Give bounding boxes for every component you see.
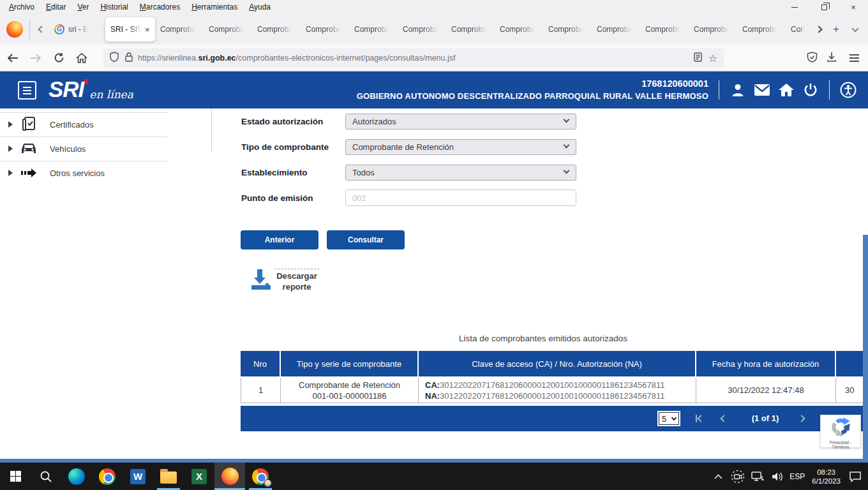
anterior-button[interactable]: Anterior: [241, 230, 318, 249]
close-tab-icon[interactable]: ×: [145, 26, 150, 34]
menu-ver[interactable]: Ver: [72, 1, 94, 13]
tab-comprobantes[interactable]: Comproba: [543, 19, 592, 40]
vertical-scrollbar[interactable]: [863, 235, 868, 459]
tab-comprobantes[interactable]: Comproba: [155, 19, 204, 40]
punto-emision-input[interactable]: [345, 189, 576, 206]
hidden-icons-chevron[interactable]: [710, 463, 726, 490]
sri-logo-text: SRI: [49, 77, 84, 102]
sidebar-item-otros-servicios[interactable]: Otros servicios: [0, 161, 168, 184]
edge-icon: [68, 468, 85, 485]
home-button[interactable]: [71, 48, 92, 68]
tab-comprobantes-partial[interactable]: Con: [786, 19, 811, 40]
back-button[interactable]: [3, 48, 23, 68]
downloads-icon[interactable]: [827, 52, 837, 65]
tracking-protection-shield-icon[interactable]: [110, 52, 119, 64]
list-all-tabs-button[interactable]: [846, 20, 865, 39]
close-button[interactable]: ×: [839, 0, 868, 14]
reload-button[interactable]: [49, 48, 69, 68]
sidebar-item-certificados[interactable]: Certificados: [0, 113, 168, 136]
tab-comprobantes[interactable]: Comproba: [640, 19, 689, 40]
home-icon[interactable]: [774, 83, 798, 97]
menu-marcadores[interactable]: Marcadores: [135, 1, 185, 13]
consultar-button[interactable]: Consultar: [327, 230, 405, 249]
establecimiento-select[interactable]: Todos: [345, 165, 576, 181]
google-favicon-icon: [54, 24, 64, 34]
tab-comprobantes[interactable]: Comproba: [301, 19, 349, 40]
first-page-button[interactable]: [692, 413, 707, 424]
taskbar-excel-button[interactable]: X: [184, 463, 214, 490]
recaptcha-logo-icon: [830, 417, 851, 437]
scroll-tabs-left-button[interactable]: [34, 20, 49, 39]
bookmark-star-icon[interactable]: ☆: [708, 52, 717, 64]
tab-comprobantes[interactable]: Comproba: [349, 19, 398, 40]
navbar-right-icons: [807, 48, 863, 68]
tab-sri-active[interactable]: SRI - SIS ×: [105, 17, 155, 41]
accessibility-icon[interactable]: [836, 82, 860, 98]
camera-tray-icon[interactable]: [730, 463, 745, 490]
menu-editar[interactable]: Editar: [41, 1, 71, 13]
tab-google-search[interactable]: sri - B: [49, 19, 105, 40]
menu-ayuda[interactable]: Ayuda: [244, 1, 276, 13]
next-page-button[interactable]: [795, 413, 809, 424]
download-report-link[interactable]: Descargar reporte: [274, 269, 319, 292]
table-row: 1 Comprobante de Retención 001-001-00000…: [241, 378, 868, 403]
taskbar-explorer-button[interactable]: [153, 463, 184, 490]
tab-comprobantes[interactable]: Comproba: [252, 19, 301, 40]
start-button[interactable]: [0, 463, 31, 490]
taskbar-word-button[interactable]: W: [123, 463, 153, 490]
clock[interactable]: 08:23 6/1/2023: [812, 468, 841, 486]
recaptcha-caption[interactable]: Privacidad - Términos: [821, 440, 860, 449]
sidebar-item-vehiculos[interactable]: Vehículos: [0, 137, 168, 160]
page-size-select[interactable]: 5: [657, 411, 680, 426]
browser-menubar: Archivo Editar Ver Historial Marcadores …: [0, 1, 276, 13]
tab-comprobantes[interactable]: Comproba: [737, 19, 786, 40]
download-report-icon[interactable]: [251, 269, 271, 290]
menu-archivo[interactable]: Archivo: [4, 1, 40, 13]
lock-icon[interactable]: [125, 52, 133, 64]
taskbar-chrome-button[interactable]: [92, 463, 123, 490]
network-icon[interactable]: [750, 463, 765, 490]
restore-button[interactable]: [809, 0, 839, 14]
tab-comprobantes[interactable]: Comproba: [446, 19, 495, 40]
reader-mode-icon[interactable]: [694, 52, 702, 64]
menu-historial[interactable]: Historial: [95, 1, 133, 13]
menu-herramientas[interactable]: Herramientas: [186, 1, 243, 13]
minimize-button[interactable]: [780, 0, 809, 14]
language-indicator[interactable]: ESP: [789, 472, 805, 481]
previous-page-button[interactable]: [717, 413, 731, 424]
menu-toggle-button[interactable]: [18, 81, 36, 100]
taskbar-search-button[interactable]: [31, 463, 61, 490]
tab-comprobantes[interactable]: Comproba: [204, 19, 252, 40]
logout-power-icon[interactable]: [798, 82, 823, 98]
word-icon: W: [130, 469, 146, 484]
forward-button[interactable]: [26, 48, 46, 68]
results-title: Lista de comprobantes emitidos autorizad…: [241, 334, 846, 343]
app-menu-icon[interactable]: [846, 57, 863, 59]
tab-comprobantes[interactable]: Comproba: [592, 19, 640, 40]
account-shield-icon[interactable]: [807, 52, 818, 65]
field-label-punto-emision: Punto de emisión: [241, 193, 313, 203]
navigation-bar: https://srienlinea.sri.gob.ec/comprobant…: [0, 45, 868, 71]
new-tab-button[interactable]: +: [827, 20, 846, 39]
tab-comprobantes[interactable]: Comproba: [495, 19, 543, 40]
url-bar[interactable]: https://srienlinea.sri.gob.ec/comprobant…: [103, 48, 724, 68]
taskbar-edge-button[interactable]: [61, 463, 92, 490]
tab-comprobantes[interactable]: Comproba: [689, 19, 737, 40]
volume-icon[interactable]: [770, 463, 785, 490]
profile-icon[interactable]: [726, 82, 750, 98]
tab-label: SRI - SIS: [110, 25, 142, 34]
estado-autorizacion-select[interactable]: Autorizados: [345, 114, 576, 130]
tipo-comprobante-select[interactable]: Comprobante de Retención: [345, 139, 576, 155]
clock-date: 6/1/2023: [812, 477, 841, 486]
recaptcha-badge[interactable]: Privacidad - Términos: [820, 415, 861, 448]
taskbar-chrome-profile-button[interactable]: [245, 463, 276, 490]
scroll-tabs-right-button[interactable]: [811, 20, 827, 39]
windows-logo-icon: [10, 471, 21, 482]
taskbar-firefox-button[interactable]: [214, 463, 245, 490]
system-tray: ESP 08:23 6/1/2023: [710, 463, 863, 490]
notification-center-icon[interactable]: [848, 463, 863, 490]
column-header-clave: Clave de acceso (CA) / Nro. Autorización…: [419, 351, 696, 376]
mail-icon[interactable]: [750, 84, 774, 96]
sri-logo[interactable]: SRI en línea: [49, 77, 133, 102]
tab-comprobantes[interactable]: Comproba: [398, 19, 446, 40]
